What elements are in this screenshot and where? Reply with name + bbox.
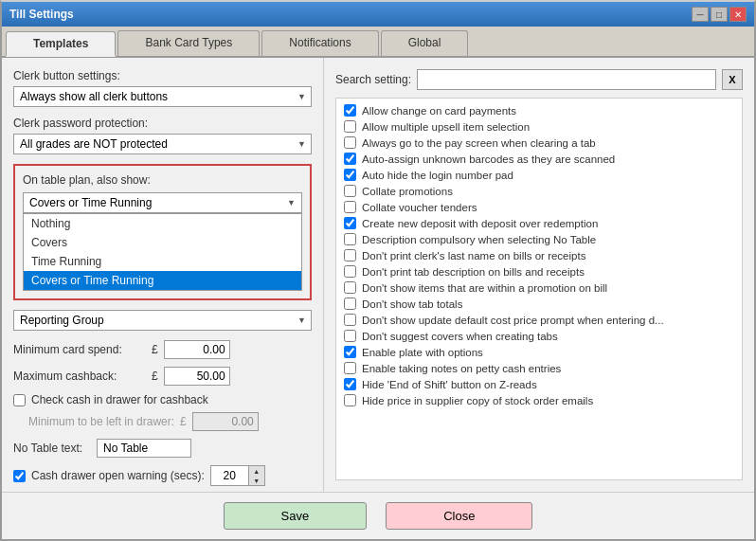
check-item-collate-voucher: Collate voucher tenders: [340, 199, 738, 215]
check-item-dont-show-tab-totals: Don't show tab totals: [340, 296, 738, 312]
checkbox-dont-show-update[interactable]: [344, 314, 356, 326]
checkbox-label-enable-plate: Enable plate with options: [362, 347, 483, 358]
checkbox-collate-promotions[interactable]: [344, 185, 356, 197]
min-card-spend-currency: £: [152, 343, 158, 356]
checkbox-always-go-pay[interactable]: [344, 136, 356, 149]
clerk-button-settings-label: Clerk button settings:: [13, 69, 312, 82]
tabs-bar: Templates Bank Card Types Notifications …: [2, 27, 754, 58]
tab-global[interactable]: Global: [381, 30, 469, 56]
min-card-spend-label: Minimum card spend:: [13, 343, 146, 356]
no-table-input[interactable]: [97, 439, 191, 458]
min-left-drawer-row: Minimum to be left in drawer: £: [13, 412, 312, 431]
check-cash-checkbox[interactable]: [13, 394, 26, 406]
close-button[interactable]: Close: [386, 502, 532, 530]
checkbox-label-create-deposit: Create new deposit with deposit over red…: [362, 218, 598, 229]
checkbox-label-hide-end-of-shift: Hide 'End of Shift' button on Z-reads: [362, 379, 537, 390]
check-item-auto-assign: Auto-assign unknown barcodes as they are…: [340, 151, 738, 167]
checkbox-label-hide-price-supplier: Hide price in supplier copy of stock ord…: [362, 395, 593, 406]
tab-bank-card-types[interactable]: Bank Card Types: [117, 30, 260, 56]
cash-drawer-label: Cash drawer open warning (secs):: [31, 469, 205, 482]
checkbox-label-dont-show-items: Don't show items that are within a promo…: [362, 282, 607, 294]
spin-down-button[interactable]: ▼: [249, 476, 264, 485]
on-table-selected-value: Covers or Time Running: [29, 196, 152, 209]
checkbox-dont-print-clerks[interactable]: [344, 249, 356, 261]
check-item-enable-taking-notes: Enable taking notes on petty cash entrie…: [340, 360, 738, 376]
checkbox-dont-show-tab-totals[interactable]: [344, 298, 356, 310]
checkbox-dont-print-tab[interactable]: [344, 265, 356, 278]
clerk-password-dropdown[interactable]: All grades are NOT protected: [13, 134, 312, 154]
min-left-currency: £: [180, 415, 187, 428]
content-area: Clerk button settings: Always show all c…: [2, 58, 754, 492]
checkbox-label-auto-hide-login: Auto hide the login number pad: [362, 170, 513, 181]
checkbox-collate-voucher[interactable]: [344, 201, 356, 213]
check-item-allow-change: Allow change on card payments: [340, 102, 738, 118]
clerk-button-dropdown[interactable]: Always show all clerk buttons: [13, 86, 312, 107]
tab-templates[interactable]: Templates: [6, 31, 116, 57]
cash-drawer-spin-input[interactable]: [210, 465, 248, 486]
check-item-enable-plate: Enable plate with options: [340, 344, 738, 360]
on-table-dropdown-list: Nothing Covers Time Running Covers or Ti…: [23, 213, 302, 291]
check-item-create-deposit: Create new deposit with deposit over red…: [340, 215, 738, 231]
main-window: Till Settings ─ □ ✕ Templates Bank Card …: [0, 0, 756, 541]
maximize-button[interactable]: □: [711, 7, 728, 22]
check-item-dont-suggest-covers: Don't suggest covers when creating tabs: [340, 328, 738, 344]
checkbox-label-dont-show-update: Don't show update default cost price pro…: [362, 315, 664, 326]
on-table-label: On table plan, also show:: [23, 173, 302, 187]
min-card-spend-input[interactable]: [164, 340, 230, 359]
checkbox-label-auto-assign: Auto-assign unknown barcodes as they are…: [362, 153, 615, 165]
checkbox-label-always-go-pay: Always go to the pay screen when clearin…: [362, 137, 596, 149]
title-bar: Till Settings ─ □ ✕: [2, 2, 754, 27]
spin-up-button[interactable]: ▲: [249, 466, 264, 476]
search-row: Search setting: X: [335, 69, 743, 90]
dropdown-item-covers-or-time-running[interactable]: Covers or Time Running: [24, 271, 301, 290]
checkbox-allow-multiple-upsell[interactable]: [344, 120, 356, 133]
checkbox-label-description-compulsory: Description compulsory when selecting No…: [362, 234, 596, 245]
check-item-always-go-pay: Always go to the pay screen when clearin…: [340, 135, 738, 151]
search-label: Search setting:: [335, 73, 411, 86]
checkbox-label-collate-promotions: Collate promotions: [362, 186, 453, 197]
checkbox-label-dont-show-tab-totals: Don't show tab totals: [362, 298, 462, 310]
checkbox-enable-taking-notes[interactable]: [344, 362, 356, 374]
tab-notifications[interactable]: Notifications: [261, 30, 378, 56]
window-close-button[interactable]: ✕: [729, 7, 747, 22]
check-item-hide-price-supplier: Hide price in supplier copy of stock ord…: [340, 392, 738, 408]
max-cashback-row: Maximum cashback: £: [13, 367, 312, 386]
search-clear-button[interactable]: X: [722, 69, 743, 90]
dropdown-item-nothing[interactable]: Nothing: [24, 214, 301, 233]
search-input[interactable]: [417, 69, 716, 90]
min-left-label: Minimum to be left in drawer:: [28, 415, 174, 428]
check-item-description-compulsory: Description compulsory when selecting No…: [340, 231, 738, 247]
checkbox-hide-end-of-shift[interactable]: [344, 378, 356, 390]
dropdown-item-covers[interactable]: Covers: [24, 233, 301, 252]
check-item-collate-promotions: Collate promotions: [340, 183, 738, 199]
checkbox-allow-change[interactable]: [344, 104, 356, 117]
checkbox-dont-show-items[interactable]: [344, 281, 356, 294]
check-item-dont-show-update: Don't show update default cost price pro…: [340, 312, 738, 328]
check-item-dont-print-tab: Don't print tab description on bills and…: [340, 263, 738, 280]
checkbox-dont-suggest-covers[interactable]: [344, 330, 356, 342]
check-item-dont-print-clerks: Don't print clerk's last name on bills o…: [340, 247, 738, 263]
check-item-dont-show-items: Don't show items that are within a promo…: [340, 280, 738, 296]
checklist: Allow change on card paymentsAllow multi…: [335, 98, 743, 480]
left-panel: Clerk button settings: Always show all c…: [2, 58, 324, 492]
checkbox-hide-price-supplier[interactable]: [344, 394, 356, 406]
checkbox-label-allow-multiple-upsell: Allow multiple upsell item selection: [362, 121, 530, 133]
checkbox-auto-assign[interactable]: [344, 153, 356, 165]
min-card-spend-row: Minimum card spend: £: [13, 340, 312, 359]
max-cashback-input[interactable]: [164, 367, 230, 386]
on-table-dropdown-display[interactable]: Covers or Time Running: [23, 192, 302, 213]
minimize-button[interactable]: ─: [692, 7, 709, 22]
checkbox-create-deposit[interactable]: [344, 217, 356, 229]
checkbox-label-dont-print-clerks: Don't print clerk's last name on bills o…: [362, 250, 585, 261]
checkbox-auto-hide-login[interactable]: [344, 169, 356, 181]
reporting-group-dropdown[interactable]: Reporting Group: [13, 310, 312, 331]
max-cashback-label: Maximum cashback:: [13, 370, 146, 383]
cash-drawer-checkbox[interactable]: [13, 470, 26, 482]
window-title: Till Settings: [9, 8, 74, 21]
title-bar-buttons: ─ □ ✕: [692, 7, 747, 22]
checkbox-description-compulsory[interactable]: [344, 233, 356, 245]
save-button[interactable]: Save: [224, 502, 368, 530]
dropdown-item-time-running[interactable]: Time Running: [24, 252, 301, 271]
checkbox-label-allow-change: Allow change on card payments: [362, 105, 516, 117]
checkbox-enable-plate[interactable]: [344, 346, 356, 358]
